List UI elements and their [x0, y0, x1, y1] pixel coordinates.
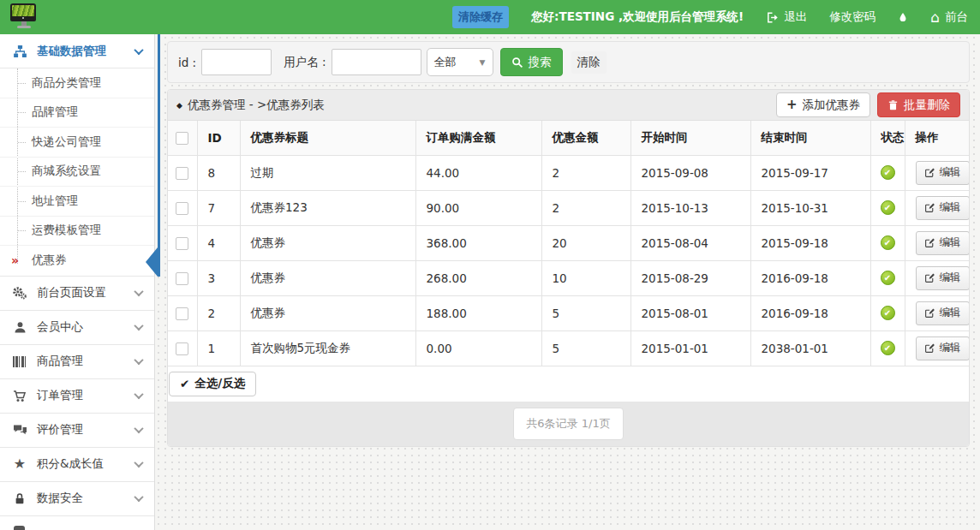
- edit-button[interactable]: 编辑: [916, 231, 970, 255]
- add-coupon-button[interactable]: + 添加优惠券: [776, 92, 870, 117]
- cell-title: 首次购物5元现金券: [240, 331, 415, 366]
- sidebar-group-frontend-pages[interactable]: 前台页面设置: [0, 277, 154, 311]
- comments-icon: [12, 423, 27, 437]
- sidebar-item-mall-settings[interactable]: 商城系统设置: [0, 158, 154, 188]
- coupon-list-card: ◆ 优惠券管理 - >优惠券列表 + 添加优惠券 批量删除: [167, 89, 970, 447]
- edit-icon: [924, 307, 935, 319]
- edit-label: 编辑: [940, 235, 961, 250]
- status-select-value: 全部: [434, 55, 457, 70]
- row-checkbox[interactable]: [176, 307, 188, 320]
- row-checkbox[interactable]: [176, 202, 188, 215]
- cell-discount: 5: [541, 331, 630, 366]
- id-label: id :: [178, 56, 196, 69]
- row-checkbox[interactable]: [176, 167, 188, 180]
- sidebar-group-label: 数据安全: [37, 491, 83, 506]
- clean-drop-button[interactable]: [898, 11, 908, 23]
- frontend-link[interactable]: ⌂ 前台: [930, 9, 968, 25]
- edit-label: 编辑: [940, 200, 961, 215]
- col-header-actions: 操作: [905, 121, 970, 155]
- cell-id: 2: [197, 295, 240, 331]
- sidebar-group-label: 前台页面设置: [37, 285, 106, 301]
- cell-min-amount: 44.00: [415, 155, 541, 190]
- cell-start: 2015-08-29: [630, 260, 750, 295]
- cell-end: 2016-09-18: [750, 260, 870, 295]
- cell-end: 2038-01-01: [750, 331, 870, 366]
- sidebar-group-basic-data[interactable]: 基础数据管理: [0, 34, 154, 68]
- edit-label: 编辑: [940, 271, 961, 285]
- status-enabled-icon: ✔: [881, 271, 895, 285]
- edit-button[interactable]: 编辑: [916, 196, 970, 220]
- topbar: 清除缓存 您好:TESTING ,欢迎使用后台管理系统! 退出 修改密码 ⌂ 前…: [0, 0, 980, 34]
- col-header-discount: 优惠金额: [541, 121, 630, 155]
- sign-out-icon: [766, 11, 779, 24]
- add-coupon-label: 添加优惠券: [803, 98, 861, 113]
- sidebar-item-address-mgmt[interactable]: 地址管理: [0, 187, 154, 217]
- status-select[interactable]: 全部 ▼: [427, 48, 493, 76]
- sidebar-item-label: 地址管理: [32, 194, 78, 209]
- sidebar-group-label: 会员中心: [37, 319, 83, 335]
- username-label: 用户名 :: [284, 55, 326, 70]
- plus-icon: +: [786, 98, 798, 111]
- pagination-info[interactable]: 共6条记录 1/1页: [513, 408, 623, 440]
- clear-button[interactable]: 清除: [571, 51, 607, 74]
- row-checkbox[interactable]: [176, 272, 188, 285]
- status-enabled-icon: ✔: [881, 306, 895, 320]
- sidebar-item-brand-mgmt[interactable]: 品牌管理: [0, 98, 154, 128]
- gears-icon: [12, 286, 27, 300]
- sidebar-group-data-security[interactable]: 数据安全: [0, 482, 154, 516]
- cell-discount: 2: [541, 155, 630, 190]
- sidebar-item-coupon[interactable]: » 优惠券: [0, 246, 154, 276]
- row-checkbox[interactable]: [176, 342, 188, 355]
- cell-title: 过期: [240, 155, 415, 190]
- sidebar-group-member-center[interactable]: 会员中心: [0, 311, 154, 345]
- sidebar-group-points-growth[interactable]: ★ 积分&成长值: [0, 448, 154, 482]
- chevron-down-icon: [134, 424, 143, 433]
- clear-cache-button[interactable]: 清除缓存: [452, 6, 509, 28]
- sidebar-item-label: 运费模板管理: [32, 223, 101, 238]
- edit-icon: [924, 272, 935, 283]
- pagination-bar: 共6条记录 1/1页: [168, 402, 969, 446]
- edit-button[interactable]: 编辑: [916, 266, 970, 290]
- cell-start: 2015-10-13: [630, 190, 750, 225]
- monitor-icon: [10, 3, 36, 21]
- username-input[interactable]: [332, 49, 421, 75]
- chevron-down-icon: [134, 287, 143, 296]
- edit-icon: [924, 202, 935, 213]
- user-icon: [12, 320, 27, 334]
- sidebar-group-review-mgmt[interactable]: 评价管理: [0, 414, 154, 448]
- search-button[interactable]: 搜索: [500, 48, 563, 76]
- cell-title: 优惠券: [240, 295, 415, 331]
- edit-button[interactable]: 编辑: [916, 301, 970, 325]
- sidebar-group-product-mgmt[interactable]: 商品管理: [0, 345, 154, 379]
- welcome-text: 您好:TESTING ,欢迎使用后台管理系统!: [531, 9, 744, 25]
- logout-link[interactable]: 退出: [766, 9, 807, 25]
- cell-min-amount: 188.00: [415, 295, 541, 331]
- lock-icon: [12, 491, 27, 505]
- caret-down-icon: ▼: [480, 58, 486, 67]
- sidebar-item-label: 商品分类管理: [32, 75, 101, 91]
- sidebar-group-order-mgmt[interactable]: 订单管理: [0, 379, 154, 414]
- cell-discount: 5: [541, 295, 630, 331]
- select-all-button[interactable]: ✔ 全选/反选: [169, 372, 256, 396]
- status-enabled-icon: ✔: [881, 341, 895, 355]
- sidebar-item-category-mgmt[interactable]: 商品分类管理: [0, 68, 154, 98]
- sidebar-group-label: 订单管理: [37, 388, 83, 403]
- edit-button[interactable]: 编辑: [916, 336, 970, 360]
- batch-delete-button[interactable]: 批量删除: [877, 92, 960, 117]
- chevron-down-icon: [134, 492, 143, 502]
- col-header-end: 结束时间: [750, 121, 870, 155]
- change-password-link[interactable]: 修改密码: [829, 9, 875, 25]
- row-checkbox[interactable]: [176, 237, 188, 250]
- sidebar-group-label: 基础数据管理: [37, 44, 106, 59]
- edit-icon: [924, 237, 935, 248]
- select-all-checkbox[interactable]: [176, 132, 188, 145]
- breadcrumb-bar: ◆ 优惠券管理 - >优惠券列表 + 添加优惠券 批量删除: [168, 90, 969, 121]
- sidebar-submenu: 商品分类管理 品牌管理 快递公司管理 商城系统设置 地址管理 运费模板管理 » …: [0, 68, 154, 277]
- sidebar-item-freight-template[interactable]: 运费模板管理: [0, 217, 154, 247]
- breadcrumb: 优惠券管理 - >优惠券列表: [188, 98, 325, 113]
- edit-button[interactable]: 编辑: [916, 161, 970, 185]
- sidebar-item-express-mgmt[interactable]: 快递公司管理: [0, 128, 154, 158]
- sidebar-group-label: 商品管理: [37, 354, 83, 369]
- id-input[interactable]: [201, 49, 272, 75]
- table-row: 4 优惠券 368.00 20 2015-08-04 2015-09-18 ✔ …: [168, 225, 970, 260]
